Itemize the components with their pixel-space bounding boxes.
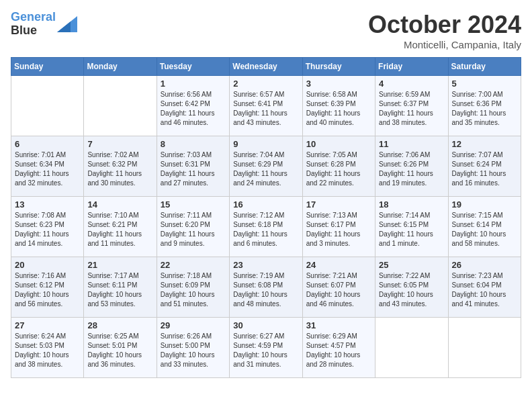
calendar-day-cell: 13Sunrise: 7:08 AM Sunset: 6:23 PM Dayli… xyxy=(11,197,84,257)
day-number: 21 xyxy=(87,260,152,270)
day-number: 26 xyxy=(452,260,517,270)
calendar-day-cell: 31Sunrise: 6:29 AM Sunset: 4:57 PM Dayli… xyxy=(302,318,375,378)
day-info: Sunrise: 7:17 AM Sunset: 6:11 PM Dayligh… xyxy=(87,271,152,309)
calendar-week-row: 27Sunrise: 6:24 AM Sunset: 5:03 PM Dayli… xyxy=(11,318,521,378)
calendar-day-cell: 9Sunrise: 7:04 AM Sunset: 6:29 PM Daylig… xyxy=(230,136,302,197)
calendar-day-cell: 22Sunrise: 7:18 AM Sunset: 6:09 PM Dayli… xyxy=(157,257,229,318)
weekday-header: Saturday xyxy=(448,58,521,76)
header: GeneralBlue October 2024 Monticelli, Cam… xyxy=(11,11,521,50)
day-info: Sunrise: 6:57 AM Sunset: 6:41 PM Dayligh… xyxy=(233,90,298,128)
day-number: 29 xyxy=(161,320,226,330)
calendar-day-cell: 15Sunrise: 7:11 AM Sunset: 6:20 PM Dayli… xyxy=(157,197,229,257)
day-info: Sunrise: 6:59 AM Sunset: 6:37 PM Dayligh… xyxy=(379,90,444,128)
day-number: 27 xyxy=(15,320,80,330)
calendar-week-row: 6Sunrise: 7:01 AM Sunset: 6:34 PM Daylig… xyxy=(11,136,521,197)
day-number: 17 xyxy=(306,199,371,210)
calendar-table: SundayMondayTuesdayWednesdayThursdayFrid… xyxy=(11,57,521,378)
day-number: 12 xyxy=(452,139,517,149)
logo: GeneralBlue xyxy=(11,11,77,38)
day-info: Sunrise: 6:29 AM Sunset: 4:57 PM Dayligh… xyxy=(306,332,371,369)
day-info: Sunrise: 7:22 AM Sunset: 6:05 PM Dayligh… xyxy=(379,271,444,309)
day-info: Sunrise: 7:03 AM Sunset: 6:31 PM Dayligh… xyxy=(161,150,226,188)
svg-marker-1 xyxy=(57,21,71,32)
calendar-day-cell: 16Sunrise: 7:12 AM Sunset: 6:18 PM Dayli… xyxy=(230,197,302,257)
day-number: 30 xyxy=(233,320,298,330)
day-number: 24 xyxy=(306,260,371,270)
day-number: 16 xyxy=(233,199,298,210)
day-info: Sunrise: 7:01 AM Sunset: 6:34 PM Dayligh… xyxy=(15,150,80,188)
day-number: 31 xyxy=(306,320,371,330)
calendar-day-cell: 30Sunrise: 6:27 AM Sunset: 4:59 PM Dayli… xyxy=(230,318,302,378)
day-info: Sunrise: 7:10 AM Sunset: 6:21 PM Dayligh… xyxy=(87,211,152,248)
calendar-day-cell: 3Sunrise: 6:58 AM Sunset: 6:39 PM Daylig… xyxy=(302,76,375,136)
calendar-day-cell: 19Sunrise: 7:15 AM Sunset: 6:14 PM Dayli… xyxy=(448,197,521,257)
calendar-day-cell: 5Sunrise: 7:00 AM Sunset: 6:36 PM Daylig… xyxy=(448,76,521,136)
calendar-day-cell: 27Sunrise: 6:24 AM Sunset: 5:03 PM Dayli… xyxy=(11,318,84,378)
day-info: Sunrise: 7:14 AM Sunset: 6:15 PM Dayligh… xyxy=(379,211,444,248)
day-number: 9 xyxy=(233,139,298,149)
day-number: 14 xyxy=(87,199,152,210)
day-info: Sunrise: 7:11 AM Sunset: 6:20 PM Dayligh… xyxy=(161,211,226,248)
day-number: 19 xyxy=(452,199,517,210)
location: Monticelli, Campania, Italy xyxy=(368,39,521,50)
day-info: Sunrise: 7:05 AM Sunset: 6:28 PM Dayligh… xyxy=(306,150,371,188)
day-number: 28 xyxy=(87,320,152,330)
calendar-day-cell: 10Sunrise: 7:05 AM Sunset: 6:28 PM Dayli… xyxy=(302,136,375,197)
calendar-day-cell: 25Sunrise: 7:22 AM Sunset: 6:05 PM Dayli… xyxy=(375,257,448,318)
calendar-week-row: 20Sunrise: 7:16 AM Sunset: 6:12 PM Dayli… xyxy=(11,257,521,318)
month-title: October 2024 xyxy=(368,11,521,39)
weekday-header: Thursday xyxy=(302,58,375,76)
weekday-header-row: SundayMondayTuesdayWednesdayThursdayFrid… xyxy=(11,58,521,76)
calendar-day-cell: 11Sunrise: 7:06 AM Sunset: 6:26 PM Dayli… xyxy=(375,136,448,197)
calendar-day-cell: 2Sunrise: 6:57 AM Sunset: 6:41 PM Daylig… xyxy=(230,76,302,136)
day-info: Sunrise: 7:18 AM Sunset: 6:09 PM Dayligh… xyxy=(161,271,226,309)
day-number: 1 xyxy=(161,79,226,89)
calendar-day-cell xyxy=(84,76,157,136)
weekday-header: Friday xyxy=(375,58,448,76)
logo-text: GeneralBlue xyxy=(11,11,56,38)
calendar-day-cell: 20Sunrise: 7:16 AM Sunset: 6:12 PM Dayli… xyxy=(11,257,84,318)
calendar-day-cell: 28Sunrise: 6:25 AM Sunset: 5:01 PM Dayli… xyxy=(84,318,157,378)
weekday-header: Monday xyxy=(84,58,157,76)
calendar-day-cell: 7Sunrise: 7:02 AM Sunset: 6:32 PM Daylig… xyxy=(84,136,157,197)
day-number: 7 xyxy=(87,139,152,149)
day-info: Sunrise: 7:12 AM Sunset: 6:18 PM Dayligh… xyxy=(233,211,298,248)
title-block: October 2024 Monticelli, Campania, Italy xyxy=(368,11,521,50)
day-info: Sunrise: 6:27 AM Sunset: 4:59 PM Dayligh… xyxy=(233,332,298,369)
day-number: 20 xyxy=(15,260,80,270)
calendar-day-cell: 1Sunrise: 6:56 AM Sunset: 6:42 PM Daylig… xyxy=(157,76,229,136)
calendar-day-cell: 29Sunrise: 6:26 AM Sunset: 5:00 PM Dayli… xyxy=(157,318,229,378)
logo-icon xyxy=(57,16,77,32)
calendar-day-cell xyxy=(448,318,521,378)
calendar-day-cell: 4Sunrise: 6:59 AM Sunset: 6:37 PM Daylig… xyxy=(375,76,448,136)
day-info: Sunrise: 7:15 AM Sunset: 6:14 PM Dayligh… xyxy=(452,211,517,248)
day-number: 3 xyxy=(306,79,371,89)
calendar-day-cell: 6Sunrise: 7:01 AM Sunset: 6:34 PM Daylig… xyxy=(11,136,84,197)
day-number: 4 xyxy=(379,79,444,89)
calendar-day-cell: 26Sunrise: 7:23 AM Sunset: 6:04 PM Dayli… xyxy=(448,257,521,318)
day-info: Sunrise: 6:56 AM Sunset: 6:42 PM Dayligh… xyxy=(161,90,226,128)
day-number: 11 xyxy=(379,139,444,149)
day-info: Sunrise: 7:13 AM Sunset: 6:17 PM Dayligh… xyxy=(306,211,371,248)
day-number: 25 xyxy=(379,260,444,270)
day-number: 18 xyxy=(379,199,444,210)
day-number: 15 xyxy=(161,199,226,210)
calendar-day-cell: 21Sunrise: 7:17 AM Sunset: 6:11 PM Dayli… xyxy=(84,257,157,318)
day-number: 2 xyxy=(233,79,298,89)
day-info: Sunrise: 7:06 AM Sunset: 6:26 PM Dayligh… xyxy=(379,150,444,188)
calendar-day-cell: 14Sunrise: 7:10 AM Sunset: 6:21 PM Dayli… xyxy=(84,197,157,257)
day-number: 23 xyxy=(233,260,298,270)
day-info: Sunrise: 7:16 AM Sunset: 6:12 PM Dayligh… xyxy=(15,271,80,309)
day-info: Sunrise: 6:24 AM Sunset: 5:03 PM Dayligh… xyxy=(15,332,80,369)
day-info: Sunrise: 7:07 AM Sunset: 6:24 PM Dayligh… xyxy=(452,150,517,188)
weekday-header: Sunday xyxy=(11,58,84,76)
calendar-day-cell: 12Sunrise: 7:07 AM Sunset: 6:24 PM Dayli… xyxy=(448,136,521,197)
day-info: Sunrise: 6:26 AM Sunset: 5:00 PM Dayligh… xyxy=(161,332,226,369)
day-info: Sunrise: 7:02 AM Sunset: 6:32 PM Dayligh… xyxy=(87,150,152,188)
calendar-day-cell: 8Sunrise: 7:03 AM Sunset: 6:31 PM Daylig… xyxy=(157,136,229,197)
day-info: Sunrise: 7:04 AM Sunset: 6:29 PM Dayligh… xyxy=(233,150,298,188)
weekday-header: Tuesday xyxy=(157,58,229,76)
day-info: Sunrise: 7:19 AM Sunset: 6:08 PM Dayligh… xyxy=(233,271,298,309)
day-info: Sunrise: 6:25 AM Sunset: 5:01 PM Dayligh… xyxy=(87,332,152,369)
day-info: Sunrise: 7:08 AM Sunset: 6:23 PM Dayligh… xyxy=(15,211,80,248)
